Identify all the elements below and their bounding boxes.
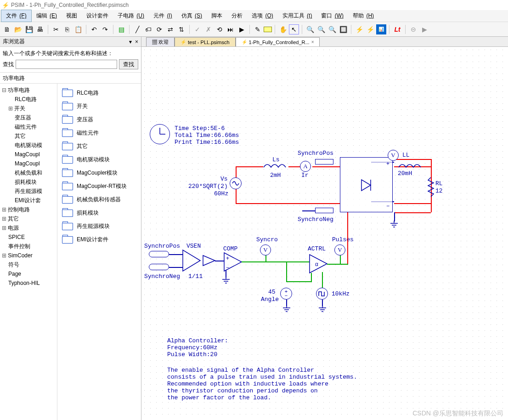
scope-icon[interactable]: 📊: [376, 24, 386, 34]
dropdown-icon[interactable]: ▾: [129, 39, 132, 45]
tree-item[interactable]: 磁性元件: [1, 122, 56, 131]
check-icon[interactable]: ✓: [192, 24, 203, 34]
folder-item[interactable]: MagCoupler模块: [60, 166, 138, 180]
tree-item[interactable]: EMI设计套: [1, 196, 56, 205]
tree-item[interactable]: Page: [1, 269, 56, 278]
pulse-source-icon: [316, 288, 328, 300]
x-icon[interactable]: ✗: [203, 24, 214, 34]
tab[interactable]: ⚡ test - PLL.psimsch: [175, 37, 235, 46]
search-input[interactable]: [16, 60, 117, 69]
search-label: 查找: [3, 61, 14, 68]
folder-item[interactable]: 开关: [60, 100, 138, 113]
cut-icon[interactable]: ✂: [51, 24, 61, 34]
sidebar-title: 库浏览器: [3, 38, 25, 45]
menu-编辑[interactable]: 编辑 (E): [32, 10, 62, 22]
copy-icon[interactable]: ⎘: [62, 24, 72, 34]
folder-icon: [62, 156, 73, 164]
schematic-canvas[interactable]: Time Step:5E-6 Total Time:66.66ms Print …: [141, 47, 508, 420]
rect-icon[interactable]: [264, 27, 272, 32]
close-tab-icon[interactable]: ×: [311, 40, 314, 45]
probe-v-icon[interactable]: ⚡: [354, 24, 364, 34]
tree-item[interactable]: 控制电路: [1, 205, 56, 214]
zoom-fit-icon[interactable]: 🔍: [327, 24, 337, 34]
tree-item[interactable]: 再生能源模: [1, 187, 56, 196]
svg-text:α: α: [315, 261, 318, 267]
menu-元件[interactable]: 元件 (I): [149, 10, 177, 22]
step-icon[interactable]: ⏭: [226, 24, 236, 34]
folder-item[interactable]: 再生能源模块: [60, 220, 138, 233]
lt-button[interactable]: Lt: [392, 24, 402, 34]
library-icon[interactable]: ▤: [116, 24, 126, 34]
tree-item[interactable]: MagCoupl: [1, 159, 56, 168]
folder-item[interactable]: EMI设计套件: [60, 233, 138, 246]
play-icon[interactable]: ▶: [237, 24, 247, 34]
menu-视图[interactable]: 视图: [62, 10, 82, 22]
tree-item[interactable]: 其它: [1, 131, 56, 141]
folder-item[interactable]: RLC电路: [60, 86, 138, 100]
app-icon: ⚡: [2, 2, 9, 9]
component-tree[interactable]: 功率电路RLC电路开关变压器磁性元件其它电机驱动模MagCouplMagCoup…: [0, 84, 57, 420]
select-icon[interactable]: ↖: [289, 24, 299, 34]
pan-icon[interactable]: ✋: [278, 24, 288, 34]
tree-item[interactable]: 变压器: [1, 113, 56, 122]
folder-item[interactable]: 磁性元件: [60, 126, 138, 140]
menu-文件[interactable]: 文件 (F): [1, 10, 32, 22]
print-icon[interactable]: 🖶: [35, 24, 45, 34]
zoom-region-icon[interactable]: 🔲: [338, 24, 348, 34]
menu-设计套件[interactable]: 设计套件: [82, 10, 113, 22]
stop-icon[interactable]: ⊝: [408, 24, 418, 34]
open-icon[interactable]: 📂: [13, 24, 23, 34]
tree-item[interactable]: 事件控制: [1, 242, 56, 251]
undo-icon[interactable]: ↶: [89, 24, 99, 34]
tree-item[interactable]: SPICE: [1, 233, 56, 242]
tree-item[interactable]: 损耗模块: [1, 177, 56, 187]
menu-分析[interactable]: 分析: [227, 10, 247, 22]
folder-item[interactable]: 机械负载和传感器: [60, 193, 138, 206]
folder-item[interactable]: MagCoupler-RT模块: [60, 180, 138, 193]
tree-item[interactable]: MagCoupl: [1, 150, 56, 159]
paste-icon[interactable]: 📋: [73, 24, 83, 34]
rotate-icon[interactable]: ⟳: [154, 24, 164, 34]
tree-item[interactable]: 功率电路: [1, 85, 56, 95]
tree-item[interactable]: 其它: [1, 214, 56, 223]
tree-item[interactable]: 符号: [1, 260, 56, 269]
redo-icon[interactable]: ↷: [100, 24, 110, 34]
menu-帮助[interactable]: 帮助 (H): [348, 10, 378, 22]
search-button[interactable]: 查找: [119, 59, 138, 69]
new-icon[interactable]: 🗎: [2, 24, 12, 34]
tree-item[interactable]: 电机驱动模: [1, 141, 56, 150]
folder-list[interactable]: RLC电路开关变压器磁性元件其它电机驱动模块MagCoupler模块MagCou…: [57, 84, 141, 420]
tree-item[interactable]: 机械负载和: [1, 168, 56, 177]
tree-item[interactable]: SimCoder: [1, 251, 56, 260]
menu-仿真[interactable]: 仿真 (S): [177, 10, 207, 22]
save-icon[interactable]: 💾: [24, 24, 34, 34]
menu-脚本[interactable]: 脚本: [207, 10, 227, 22]
flip-v-icon[interactable]: ⇅: [176, 24, 186, 34]
wire-icon[interactable]: ╱: [132, 24, 142, 34]
zoom-in-icon[interactable]: 🔍: [305, 24, 315, 34]
draw-icon[interactable]: ✎: [253, 24, 263, 34]
tab[interactable]: ▦ 欢迎: [146, 37, 175, 46]
refresh-icon[interactable]: ⟲: [214, 24, 225, 34]
synchroneg2-label: SynchroNeg: [144, 273, 180, 280]
menu-选项[interactable]: 选项 (O): [247, 10, 278, 22]
label-icon[interactable]: 🏷: [143, 24, 153, 34]
folder-item[interactable]: 损耗模块: [60, 206, 138, 220]
folder-item[interactable]: 其它: [60, 140, 138, 153]
svg-text:+: +: [226, 255, 229, 261]
folder-item[interactable]: 电机驱动模块: [60, 153, 138, 166]
folder-item[interactable]: 变压器: [60, 113, 138, 126]
menu-窗口[interactable]: 窗口 (W): [316, 10, 348, 22]
close-sidebar-icon[interactable]: ×: [135, 39, 138, 45]
tree-item[interactable]: RLC电路: [1, 95, 56, 104]
menu-子电路[interactable]: 子电路 (U): [113, 10, 149, 22]
probe-i-icon[interactable]: ⚡: [365, 24, 375, 34]
menu-实用工具[interactable]: 实用工具 (t): [278, 10, 317, 22]
zoom-out-icon[interactable]: 🔍: [316, 24, 326, 34]
run-icon[interactable]: ▶: [419, 24, 429, 34]
tree-item[interactable]: 电源: [1, 223, 56, 233]
tree-item[interactable]: Typhoon-HIL: [1, 278, 56, 288]
tab[interactable]: ⚡ 1-Ph_Fully_Controlled_R... ×: [236, 37, 320, 46]
flip-h-icon[interactable]: ⇄: [165, 24, 175, 34]
tree-item[interactable]: 开关: [1, 104, 56, 113]
